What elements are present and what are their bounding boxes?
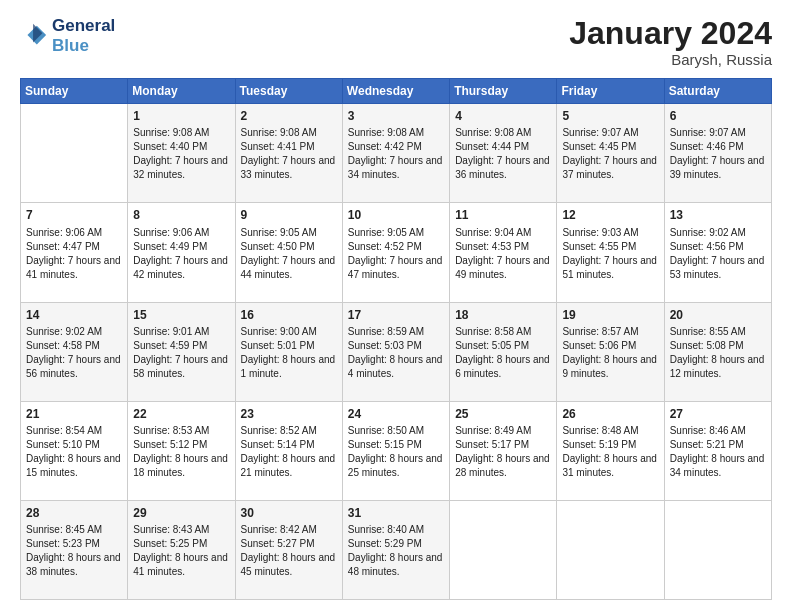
day-info: Sunrise: 9:06 AMSunset: 4:49 PMDaylight:… bbox=[133, 226, 230, 282]
day-info: Sunrise: 8:50 AMSunset: 5:15 PMDaylight:… bbox=[348, 424, 445, 480]
week-row-4: 28Sunrise: 8:45 AMSunset: 5:23 PMDayligh… bbox=[21, 500, 772, 599]
day-info: Sunrise: 9:02 AMSunset: 4:58 PMDaylight:… bbox=[26, 325, 123, 381]
day-info: Sunrise: 8:42 AMSunset: 5:27 PMDaylight:… bbox=[241, 523, 338, 579]
day-header-saturday: Saturday bbox=[664, 79, 771, 104]
day-number: 2 bbox=[241, 108, 338, 124]
logo-icon bbox=[20, 22, 48, 50]
page: General Blue January 2024 Barysh, Russia… bbox=[0, 0, 792, 612]
day-number: 12 bbox=[562, 207, 659, 223]
calendar-cell: 9Sunrise: 9:05 AMSunset: 4:50 PMDaylight… bbox=[235, 203, 342, 302]
calendar-cell: 20Sunrise: 8:55 AMSunset: 5:08 PMDayligh… bbox=[664, 302, 771, 401]
day-info: Sunrise: 8:59 AMSunset: 5:03 PMDaylight:… bbox=[348, 325, 445, 381]
calendar-cell: 28Sunrise: 8:45 AMSunset: 5:23 PMDayligh… bbox=[21, 500, 128, 599]
day-info: Sunrise: 9:04 AMSunset: 4:53 PMDaylight:… bbox=[455, 226, 552, 282]
calendar-cell: 10Sunrise: 9:05 AMSunset: 4:52 PMDayligh… bbox=[342, 203, 449, 302]
day-header-sunday: Sunday bbox=[21, 79, 128, 104]
calendar-cell: 24Sunrise: 8:50 AMSunset: 5:15 PMDayligh… bbox=[342, 401, 449, 500]
day-info: Sunrise: 8:54 AMSunset: 5:10 PMDaylight:… bbox=[26, 424, 123, 480]
day-number: 5 bbox=[562, 108, 659, 124]
day-number: 3 bbox=[348, 108, 445, 124]
calendar-cell: 14Sunrise: 9:02 AMSunset: 4:58 PMDayligh… bbox=[21, 302, 128, 401]
day-number: 14 bbox=[26, 307, 123, 323]
calendar-cell: 23Sunrise: 8:52 AMSunset: 5:14 PMDayligh… bbox=[235, 401, 342, 500]
calendar-cell: 12Sunrise: 9:03 AMSunset: 4:55 PMDayligh… bbox=[557, 203, 664, 302]
day-number: 10 bbox=[348, 207, 445, 223]
calendar-cell bbox=[450, 500, 557, 599]
month-title: January 2024 bbox=[569, 16, 772, 51]
day-info: Sunrise: 9:08 AMSunset: 4:44 PMDaylight:… bbox=[455, 126, 552, 182]
day-number: 25 bbox=[455, 406, 552, 422]
title-block: January 2024 Barysh, Russia bbox=[569, 16, 772, 68]
calendar-cell: 7Sunrise: 9:06 AMSunset: 4:47 PMDaylight… bbox=[21, 203, 128, 302]
location-title: Barysh, Russia bbox=[569, 51, 772, 68]
day-number: 13 bbox=[670, 207, 767, 223]
day-number: 29 bbox=[133, 505, 230, 521]
calendar-cell: 30Sunrise: 8:42 AMSunset: 5:27 PMDayligh… bbox=[235, 500, 342, 599]
day-info: Sunrise: 8:45 AMSunset: 5:23 PMDaylight:… bbox=[26, 523, 123, 579]
day-number: 19 bbox=[562, 307, 659, 323]
day-number: 1 bbox=[133, 108, 230, 124]
calendar-cell: 8Sunrise: 9:06 AMSunset: 4:49 PMDaylight… bbox=[128, 203, 235, 302]
day-info: Sunrise: 9:07 AMSunset: 4:46 PMDaylight:… bbox=[670, 126, 767, 182]
day-number: 26 bbox=[562, 406, 659, 422]
day-info: Sunrise: 9:07 AMSunset: 4:45 PMDaylight:… bbox=[562, 126, 659, 182]
week-row-1: 7Sunrise: 9:06 AMSunset: 4:47 PMDaylight… bbox=[21, 203, 772, 302]
calendar-cell: 4Sunrise: 9:08 AMSunset: 4:44 PMDaylight… bbox=[450, 104, 557, 203]
day-header-friday: Friday bbox=[557, 79, 664, 104]
calendar-cell: 5Sunrise: 9:07 AMSunset: 4:45 PMDaylight… bbox=[557, 104, 664, 203]
day-info: Sunrise: 9:02 AMSunset: 4:56 PMDaylight:… bbox=[670, 226, 767, 282]
calendar-cell: 17Sunrise: 8:59 AMSunset: 5:03 PMDayligh… bbox=[342, 302, 449, 401]
day-number: 8 bbox=[133, 207, 230, 223]
calendar-cell: 22Sunrise: 8:53 AMSunset: 5:12 PMDayligh… bbox=[128, 401, 235, 500]
header: General Blue January 2024 Barysh, Russia bbox=[20, 16, 772, 68]
day-info: Sunrise: 8:52 AMSunset: 5:14 PMDaylight:… bbox=[241, 424, 338, 480]
calendar-cell: 1Sunrise: 9:08 AMSunset: 4:40 PMDaylight… bbox=[128, 104, 235, 203]
day-info: Sunrise: 9:05 AMSunset: 4:52 PMDaylight:… bbox=[348, 226, 445, 282]
day-number: 28 bbox=[26, 505, 123, 521]
day-info: Sunrise: 9:08 AMSunset: 4:41 PMDaylight:… bbox=[241, 126, 338, 182]
calendar-cell bbox=[21, 104, 128, 203]
day-info: Sunrise: 9:06 AMSunset: 4:47 PMDaylight:… bbox=[26, 226, 123, 282]
calendar-cell: 19Sunrise: 8:57 AMSunset: 5:06 PMDayligh… bbox=[557, 302, 664, 401]
day-number: 31 bbox=[348, 505, 445, 521]
calendar-cell: 2Sunrise: 9:08 AMSunset: 4:41 PMDaylight… bbox=[235, 104, 342, 203]
day-number: 6 bbox=[670, 108, 767, 124]
day-info: Sunrise: 9:08 AMSunset: 4:40 PMDaylight:… bbox=[133, 126, 230, 182]
calendar-table: SundayMondayTuesdayWednesdayThursdayFrid… bbox=[20, 78, 772, 600]
calendar-cell: 26Sunrise: 8:48 AMSunset: 5:19 PMDayligh… bbox=[557, 401, 664, 500]
day-header-wednesday: Wednesday bbox=[342, 79, 449, 104]
day-header-tuesday: Tuesday bbox=[235, 79, 342, 104]
logo: General Blue bbox=[20, 16, 115, 55]
day-header-monday: Monday bbox=[128, 79, 235, 104]
day-info: Sunrise: 8:48 AMSunset: 5:19 PMDaylight:… bbox=[562, 424, 659, 480]
calendar-cell: 13Sunrise: 9:02 AMSunset: 4:56 PMDayligh… bbox=[664, 203, 771, 302]
calendar-cell: 15Sunrise: 9:01 AMSunset: 4:59 PMDayligh… bbox=[128, 302, 235, 401]
calendar-cell bbox=[557, 500, 664, 599]
calendar-cell: 18Sunrise: 8:58 AMSunset: 5:05 PMDayligh… bbox=[450, 302, 557, 401]
day-info: Sunrise: 8:43 AMSunset: 5:25 PMDaylight:… bbox=[133, 523, 230, 579]
day-number: 11 bbox=[455, 207, 552, 223]
day-info: Sunrise: 8:53 AMSunset: 5:12 PMDaylight:… bbox=[133, 424, 230, 480]
day-info: Sunrise: 9:01 AMSunset: 4:59 PMDaylight:… bbox=[133, 325, 230, 381]
calendar-cell: 3Sunrise: 9:08 AMSunset: 4:42 PMDaylight… bbox=[342, 104, 449, 203]
day-number: 21 bbox=[26, 406, 123, 422]
day-info: Sunrise: 8:57 AMSunset: 5:06 PMDaylight:… bbox=[562, 325, 659, 381]
week-row-0: 1Sunrise: 9:08 AMSunset: 4:40 PMDaylight… bbox=[21, 104, 772, 203]
day-number: 24 bbox=[348, 406, 445, 422]
day-info: Sunrise: 9:03 AMSunset: 4:55 PMDaylight:… bbox=[562, 226, 659, 282]
calendar-cell bbox=[664, 500, 771, 599]
calendar-cell: 29Sunrise: 8:43 AMSunset: 5:25 PMDayligh… bbox=[128, 500, 235, 599]
day-number: 16 bbox=[241, 307, 338, 323]
day-header-thursday: Thursday bbox=[450, 79, 557, 104]
day-info: Sunrise: 8:55 AMSunset: 5:08 PMDaylight:… bbox=[670, 325, 767, 381]
day-number: 23 bbox=[241, 406, 338, 422]
day-info: Sunrise: 8:46 AMSunset: 5:21 PMDaylight:… bbox=[670, 424, 767, 480]
day-number: 7 bbox=[26, 207, 123, 223]
day-number: 20 bbox=[670, 307, 767, 323]
day-number: 17 bbox=[348, 307, 445, 323]
calendar-cell: 27Sunrise: 8:46 AMSunset: 5:21 PMDayligh… bbox=[664, 401, 771, 500]
header-row: SundayMondayTuesdayWednesdayThursdayFrid… bbox=[21, 79, 772, 104]
logo-text: General Blue bbox=[52, 16, 115, 55]
calendar-cell: 25Sunrise: 8:49 AMSunset: 5:17 PMDayligh… bbox=[450, 401, 557, 500]
calendar-cell: 16Sunrise: 9:00 AMSunset: 5:01 PMDayligh… bbox=[235, 302, 342, 401]
